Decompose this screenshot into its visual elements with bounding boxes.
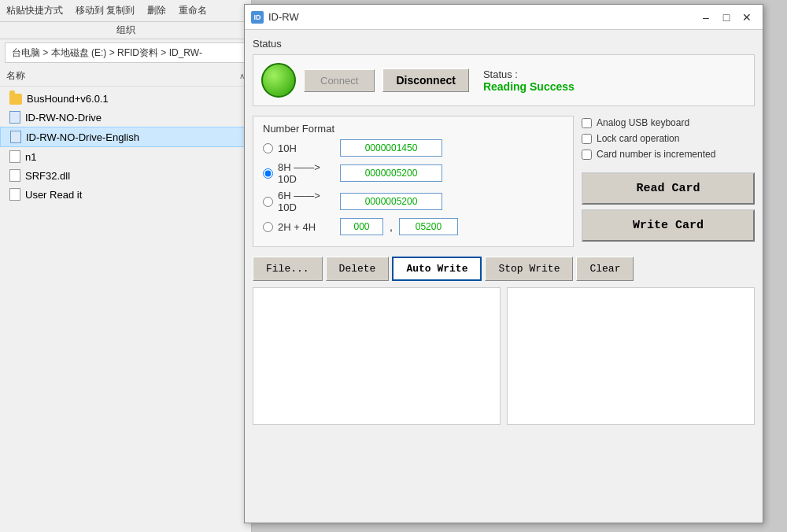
item-label: BusHound+v6.0.1: [27, 93, 109, 105]
explorer-list: BusHound+v6.0.1 ID-RW-NO-Drive ID-RW-NO-…: [0, 87, 251, 207]
radio-8h[interactable]: 8H ——> 10D: [263, 161, 334, 185]
list-item[interactable]: BusHound+v6.0.1: [0, 90, 251, 108]
title-bar: ID ID-RW – □ ✕: [245, 5, 763, 30]
disconnect-button[interactable]: Disconnect: [382, 68, 468, 92]
write-card-button[interactable]: Write Card: [582, 209, 755, 242]
input-6h[interactable]: [340, 193, 442, 210]
status-label: Status :: [483, 68, 575, 80]
explorer-header: 名称 ∧: [0, 66, 251, 87]
item-label: ID-RW-NO-Drive: [25, 112, 102, 124]
app-content: Status Connect Disconnect Status : Readi…: [245, 30, 763, 433]
item-label: n1: [25, 151, 36, 163]
list-item[interactable]: ID-RW-NO-Drive: [0, 108, 251, 127]
app-icon: ID: [251, 11, 264, 24]
file-icon: [9, 169, 20, 182]
checkbox-increment: Card number is incremented: [582, 149, 755, 160]
file-icon: [9, 150, 20, 163]
file-icon: [10, 131, 21, 143]
status-row: Connect Disconnect Status : Reading Succ…: [253, 54, 755, 106]
input-2h[interactable]: [340, 218, 383, 235]
list-item-selected[interactable]: ID-RW-NO-Drive-English: [0, 127, 251, 147]
number-format-panel: Number Format 10H 8H ——> 10D: [253, 116, 574, 247]
delete-button[interactable]: Delete: [326, 257, 390, 281]
format-row-2h4h: 2H + 4H ,: [263, 218, 563, 235]
textarea-row: [253, 287, 755, 425]
format-row-10h: 10H: [263, 139, 563, 157]
right-textarea[interactable]: [507, 287, 755, 425]
list-item[interactable]: n1: [0, 147, 251, 166]
radio-2h4h[interactable]: 2H + 4H: [263, 221, 334, 233]
action-buttons: Read Card Write Card: [582, 172, 755, 242]
format-row-8h: 8H ——> 10D: [263, 161, 563, 185]
checkbox-lock-card-input[interactable]: [582, 134, 592, 144]
format-right-panel: Analog USB keyboard Lock card operation …: [582, 116, 755, 247]
input-4h[interactable]: [399, 218, 458, 235]
item-label: ID-RW-NO-Drive-English: [26, 131, 139, 143]
status-text-group: Status : Reading Success: [483, 68, 575, 93]
list-item[interactable]: User Read it: [0, 185, 251, 204]
toolbar-rename: 重命名: [179, 4, 207, 17]
item-label: SRF32.dll: [25, 170, 70, 182]
read-card-button[interactable]: Read Card: [582, 172, 755, 205]
checkbox-analog-usb-input[interactable]: [582, 118, 592, 128]
file-icon: [9, 111, 20, 124]
format-section: Number Format 10H 8H ——> 10D: [253, 116, 755, 247]
file-icon: [9, 188, 20, 201]
organize-label: 组织: [0, 22, 251, 39]
minimize-button[interactable]: –: [696, 8, 715, 27]
format-section-label: Number Format: [263, 123, 563, 135]
input-8h[interactable]: [340, 164, 442, 182]
connect-button[interactable]: Connect: [304, 69, 375, 92]
clear-button[interactable]: Clear: [576, 257, 634, 281]
status-section-label: Status: [253, 38, 755, 50]
radio-10h[interactable]: 10H: [263, 142, 334, 154]
file-explorer: 粘贴快捷方式 移动到 复制到 删除 重命名 组织 台电脑 > 本地磁盘 (E:)…: [0, 0, 252, 532]
list-item[interactable]: SRF32.dll: [0, 166, 251, 185]
radio-6h[interactable]: 6H ——> 10D: [263, 190, 334, 213]
radio-2h4h-input[interactable]: [263, 222, 273, 232]
app-window: ID ID-RW – □ ✕ Status Connect Disconnect…: [244, 4, 763, 523]
bottom-toolbar: File... Delete Auto Write Stop Write Cle…: [253, 257, 755, 281]
status-value: Reading Success: [483, 80, 575, 93]
close-button[interactable]: ✕: [737, 8, 756, 27]
checkbox-analog-usb: Analog USB keyboard: [582, 117, 755, 128]
left-textarea[interactable]: [253, 287, 501, 425]
item-label: User Read it: [25, 189, 82, 201]
input-10h[interactable]: [340, 139, 442, 157]
title-controls: – □ ✕: [696, 8, 756, 27]
format-row-6h: 6H ——> 10D: [263, 190, 563, 213]
comma-separator: ,: [390, 220, 393, 233]
folder-icon: [9, 94, 22, 105]
stop-write-button[interactable]: Stop Write: [485, 257, 573, 281]
checkbox-lock-card: Lock card operation: [582, 133, 755, 144]
radio-8h-input[interactable]: [263, 168, 273, 179]
maximize-button[interactable]: □: [717, 8, 736, 27]
window-title: ID-RW: [268, 11, 696, 23]
auto-write-button[interactable]: Auto Write: [392, 257, 482, 281]
toolbar-move: 移动到 复制到: [76, 4, 135, 17]
checkbox-increment-input[interactable]: [582, 150, 592, 160]
file-button[interactable]: File...: [253, 257, 323, 281]
toolbar-delete: 删除: [147, 4, 166, 17]
explorer-toolbar: 粘贴快捷方式 移动到 复制到 删除 重命名: [0, 0, 251, 22]
toolbar-paste: 粘贴快捷方式: [6, 4, 63, 17]
radio-6h-input[interactable]: [263, 197, 273, 207]
connection-indicator: [261, 63, 296, 98]
radio-10h-input[interactable]: [263, 143, 273, 153]
breadcrumb[interactable]: 台电脑 > 本地磁盘 (E:) > RFID资料 > ID_RW-: [5, 42, 246, 63]
